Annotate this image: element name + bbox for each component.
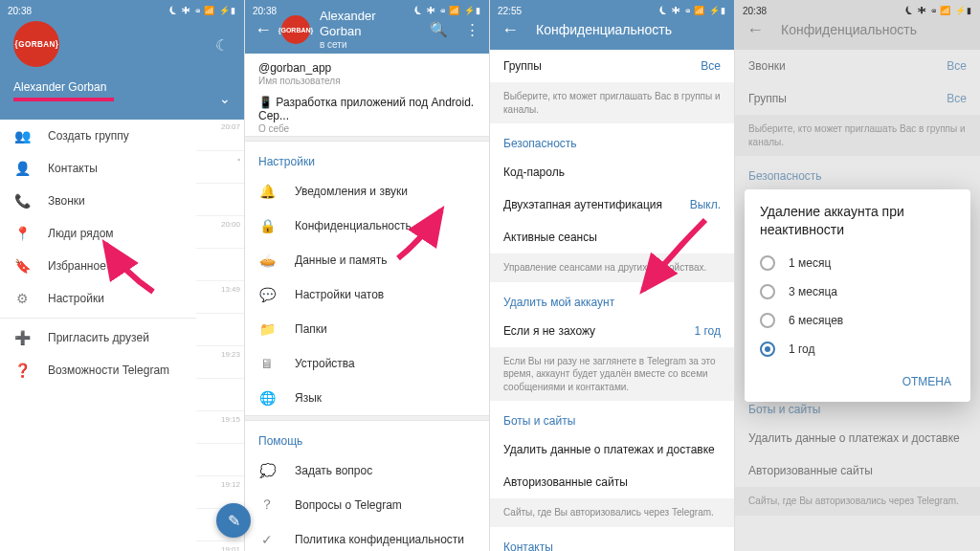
row-sessions[interactable]: Активные сеансы: [490, 221, 734, 253]
row-label: Удалить данные о платежах и доставке: [503, 443, 715, 456]
opt-data[interactable]: 🥧Данные и память: [245, 243, 489, 277]
add-person-icon: ➕: [13, 330, 31, 345]
location-icon: 📍: [13, 226, 31, 241]
account-name[interactable]: Alexander Gorban: [13, 80, 231, 94]
row-idle[interactable]: Если я не захожу1 год: [490, 315, 734, 347]
opt-label: Вопросы о Telegram: [295, 498, 402, 512]
opt-privacy[interactable]: 🔒Конфиденциальность: [245, 209, 489, 243]
search-icon[interactable]: 🔍: [430, 21, 448, 38]
back-icon[interactable]: ←: [255, 20, 272, 40]
group-icon: 👥: [13, 128, 31, 143]
opt-label: Данные и память: [295, 253, 387, 267]
pie-icon: 🥧: [258, 253, 276, 268]
section-help: Помощь: [245, 421, 489, 453]
section-security: Безопасность: [490, 123, 734, 156]
avatar[interactable]: {GORBAN}: [13, 21, 59, 67]
radio-1-month[interactable]: 1 месяц: [760, 249, 955, 277]
radio-label: 3 месяца: [789, 285, 837, 298]
menu-label: Контакты: [48, 162, 98, 175]
row-auth-sites: Авторизованные сайты: [735, 454, 980, 487]
opt-label: Устройства: [295, 357, 355, 370]
radio-icon: [760, 313, 775, 328]
section-bots: Боты и сайты: [490, 401, 734, 433]
phone-icon: 📞: [13, 193, 31, 209]
cancel-button[interactable]: ОТМЕНА: [899, 369, 955, 394]
avatar[interactable]: {GORBAN}: [281, 15, 310, 44]
row-label: Группы: [503, 59, 542, 73]
chat-icon: 💬: [258, 287, 276, 302]
section-security: Безопасность: [735, 156, 980, 188]
person-icon: 👤: [13, 161, 31, 176]
radio-icon: [760, 284, 775, 299]
menu-label: Настройки: [48, 292, 104, 305]
radio-label: 6 месяцев: [789, 314, 843, 327]
row-value: Все: [947, 92, 967, 105]
chevron-down-icon[interactable]: ⌄: [219, 91, 231, 106]
profile-status: в сети: [320, 39, 412, 51]
globe-icon: 🌐: [258, 390, 276, 406]
status-bar: 20:38⏾ ✱ ⌫ 📶 ⚡▮: [735, 2, 980, 19]
row-value: 1 год: [694, 324, 721, 338]
speech-icon: 💭: [258, 463, 276, 478]
row-two-step[interactable]: Двухэтапная аутентификацияВыкл.: [490, 188, 734, 221]
row-payments[interactable]: Удалить данные о платежах и доставке: [490, 433, 734, 466]
row-label: Если я не захожу: [503, 324, 595, 338]
row-label: Удалить данные о платежах и доставке: [748, 431, 960, 445]
opt-ask[interactable]: 💭Задать вопрос: [245, 453, 489, 488]
row-label: Код-пароль: [503, 165, 565, 179]
more-icon[interactable]: ⋮: [465, 21, 479, 38]
opt-label: Настройки чатов: [295, 288, 384, 301]
accent-bar: [13, 98, 114, 101]
opt-language[interactable]: 🌐Язык: [245, 381, 489, 415]
folder-icon: 📁: [258, 321, 276, 337]
gear-icon: ⚙: [13, 291, 31, 306]
device-icon: 🖥: [258, 356, 276, 371]
radio-6-months[interactable]: 6 месяцев: [760, 306, 955, 335]
menu-label: Звонки: [48, 194, 85, 208]
section-contacts: Контакты: [490, 527, 734, 552]
opt-label: Папки: [295, 322, 327, 336]
back-icon: ←: [746, 20, 764, 40]
status-bar: 20:38⏾ ✱ ⌫ 📶 ⚡▮: [245, 2, 489, 19]
row-label: Группы: [748, 92, 787, 105]
question-icon: ？: [258, 496, 276, 514]
opt-label: Задать вопрос: [295, 464, 372, 477]
row-value: Выкл.: [690, 198, 721, 211]
radio-3-months[interactable]: 3 месяца: [760, 277, 955, 306]
opt-notifications[interactable]: 🔔Уведомления и звуки: [245, 174, 489, 209]
status-bar: 22:55⏾ ✱ ⌫ 📶 ⚡▮: [490, 2, 734, 19]
bio-label: О себе: [258, 123, 476, 134]
compose-fab[interactable]: ✎: [216, 503, 251, 538]
opt-chat-settings[interactable]: 💬Настройки чатов: [245, 277, 489, 312]
note-auth: Сайты, где Вы авторизовались через Teleg…: [490, 498, 734, 527]
delete-account-dialog: Удаление аккаунта при неактивности 1 мес…: [745, 189, 970, 402]
opt-folders[interactable]: 📁Папки: [245, 312, 489, 346]
opt-devices[interactable]: 🖥Устройства: [245, 346, 489, 381]
radio-icon: [760, 342, 775, 357]
night-mode-icon[interactable]: ☾: [215, 36, 229, 55]
row-groups[interactable]: ГруппыВсе: [490, 50, 734, 82]
username-row[interactable]: @gorban_app Имя пользователя: [245, 54, 489, 88]
menu-label: Избранное: [48, 259, 106, 273]
page-title: Конфиденциальность: [781, 22, 917, 37]
row-value: Все: [947, 59, 967, 73]
note-groups: Выберите, кто может приглашать Вас в гру…: [490, 82, 734, 123]
section-delete: Удалить мой аккаунт: [490, 282, 734, 315]
radio-icon: [760, 255, 775, 271]
row-label: Авторизованные сайты: [748, 464, 873, 477]
opt-faq[interactable]: ？Вопросы о Telegram: [245, 488, 489, 522]
row-auth-sites[interactable]: Авторизованные сайты: [490, 466, 734, 498]
help-icon: ❓: [13, 363, 31, 378]
row-passcode[interactable]: Код-пароль: [490, 156, 734, 188]
row-payments: Удалить данные о платежах и доставке: [735, 422, 980, 454]
note-idle: Если Вы ни разу не заглянете в Telegram …: [490, 347, 734, 402]
back-icon[interactable]: ←: [501, 20, 519, 40]
menu-label: Люди рядом: [48, 227, 114, 240]
status-bar: 20:38⏾ ✱ ⌫ 📶 ⚡▮: [0, 2, 244, 19]
bookmark-icon: 🔖: [13, 258, 31, 274]
bio-row[interactable]: 📱 Разработка приложений под Android. Сер…: [245, 88, 489, 136]
opt-policy[interactable]: ✓Политика конфиденциальности: [245, 522, 489, 551]
radio-1-year[interactable]: 1 год: [760, 335, 955, 364]
radio-label: 1 год: [789, 342, 815, 356]
bio-value: 📱 Разработка приложений под Android. Сер…: [258, 96, 476, 122]
